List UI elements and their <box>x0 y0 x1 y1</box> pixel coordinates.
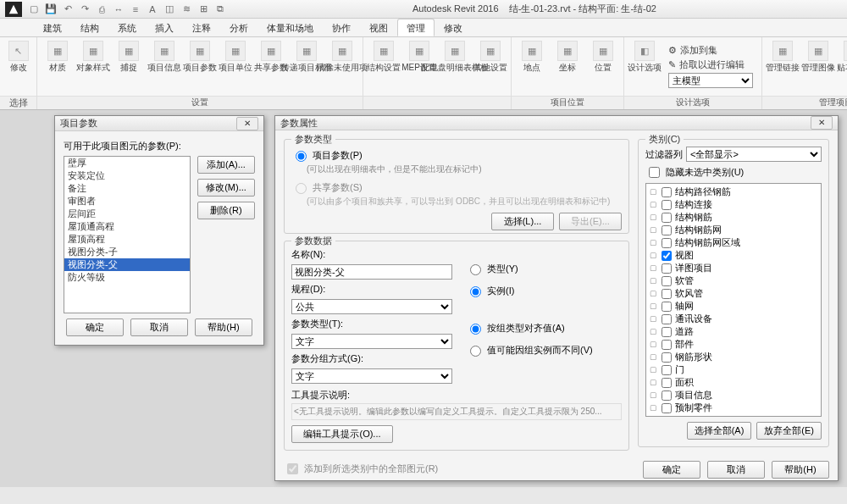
list-item[interactable]: 视图分类-父 <box>64 258 190 271</box>
tab-插入[interactable]: 插入 <box>146 19 183 36</box>
category-row[interactable]: ▢道路 <box>648 325 819 338</box>
category-checkbox[interactable] <box>662 200 672 210</box>
ribbon-材质[interactable]: ▦材质 <box>42 41 73 72</box>
category-row[interactable]: ▢通讯设备 <box>648 313 819 325</box>
tab-修改[interactable]: 修改 <box>435 19 472 36</box>
list-item[interactable]: 屋顶高程 <box>64 233 190 246</box>
measure-icon[interactable]: ↔ <box>112 3 125 16</box>
category-row[interactable]: ▢门 <box>648 363 819 376</box>
ribbon-配电盘明细表样板[interactable]: ▦配电盘明细表样板 <box>440 41 470 72</box>
ribbon-对象样式[interactable]: ▦对象样式 <box>78 41 108 72</box>
category-checkbox[interactable] <box>662 340 672 350</box>
vary-by-group-radio[interactable] <box>470 346 481 357</box>
close-views-icon[interactable]: ⊞ <box>197 3 210 16</box>
tab-建筑[interactable]: 建筑 <box>34 19 71 36</box>
category-row[interactable]: ▢轴网 <box>648 300 819 313</box>
list-item[interactable]: 屋顶通高程 <box>64 220 190 233</box>
thin-lines-icon[interactable]: ≋ <box>180 3 193 16</box>
open-icon[interactable]: ▢ <box>27 3 41 16</box>
grouping-select[interactable]: 文字 <box>291 368 452 384</box>
category-checkbox[interactable] <box>662 314 672 324</box>
dlg2-close-button[interactable]: ✕ <box>811 116 833 130</box>
category-checkbox[interactable] <box>662 403 672 413</box>
ribbon-结构设置[interactable]: ▦结构设置 <box>368 41 399 72</box>
delete-button[interactable]: 删除(R) <box>197 202 255 219</box>
category-checkbox[interactable] <box>662 225 672 235</box>
dlg2-ok-button[interactable]: 确定 <box>643 461 700 479</box>
param-type-select[interactable]: 文字 <box>291 334 452 349</box>
tab-系统[interactable]: 系统 <box>108 19 146 36</box>
ribbon-管理图像[interactable]: ▦管理图像 <box>803 41 833 72</box>
category-checkbox[interactable] <box>662 213 672 223</box>
edit-tooltip-button[interactable]: 编辑工具提示(O)... <box>291 425 393 443</box>
category-row[interactable]: ▢视图 <box>648 249 819 262</box>
tab-视图[interactable]: 视图 <box>360 19 397 36</box>
tab-管理[interactable]: 管理 <box>397 19 435 36</box>
category-checkbox[interactable] <box>662 390 672 401</box>
export-button[interactable]: 导出(E)... <box>559 213 622 230</box>
category-row[interactable]: ▢结构钢筋 <box>648 211 819 224</box>
list-item[interactable]: 防火等级 <box>64 271 190 284</box>
category-row[interactable]: ▢部件 <box>648 338 819 351</box>
ribbon-地点[interactable]: ▦地点 <box>517 41 547 72</box>
parameters-listbox[interactable]: 壁厚安装定位备注审图者层间距屋顶通高程屋顶高程视图分类-子视图分类-父防火等级 <box>64 156 191 313</box>
tab-体量和场地[interactable]: 体量和场地 <box>257 19 323 36</box>
tab-协作[interactable]: 协作 <box>323 19 360 36</box>
tab-分析[interactable]: 分析 <box>220 19 257 36</box>
category-row[interactable]: ▢结构路径钢筋 <box>648 186 819 198</box>
ribbon-管理链接[interactable]: ▦管理链接 <box>767 41 798 72</box>
category-row[interactable]: ▢软管 <box>648 274 819 287</box>
help-button[interactable]: 帮助(H) <box>195 318 252 336</box>
ribbon-项目参数[interactable]: ▦项目参数 <box>185 41 215 72</box>
category-row[interactable]: ▢结构钢筋网 <box>648 224 819 236</box>
list-item[interactable]: 层间距 <box>64 208 190 220</box>
category-checkbox[interactable] <box>662 327 672 337</box>
ribbon-项目单位[interactable]: ▦项目单位 <box>220 41 251 72</box>
category-row[interactable]: ▢软风管 <box>648 287 819 300</box>
cancel-button[interactable]: 取消 <box>130 318 188 336</box>
select-shared-button[interactable]: 选择(L)... <box>491 213 554 230</box>
category-row[interactable]: ▢预制零件 <box>648 402 819 414</box>
category-checkbox[interactable] <box>662 352 672 363</box>
category-checkbox[interactable] <box>662 187 672 197</box>
print-icon[interactable]: ⎙ <box>95 3 108 16</box>
deselect-all-button[interactable]: 放弃全部(E) <box>756 422 822 440</box>
category-row[interactable]: ▢结构连接 <box>648 198 819 211</box>
main-model-select[interactable]: 主模型 <box>668 73 753 88</box>
section-icon[interactable]: ◫ <box>163 3 176 16</box>
list-item[interactable]: 视图分类-子 <box>64 246 190 258</box>
category-checkbox[interactable] <box>662 263 672 274</box>
dlg2-help-button[interactable]: 帮助(H) <box>772 461 829 479</box>
dlg1-close-button[interactable]: ✕ <box>236 117 258 130</box>
dlg2-cancel-button[interactable]: 取消 <box>707 461 765 479</box>
category-row[interactable]: ▢面积 <box>648 376 819 389</box>
list-item[interactable]: 备注 <box>64 182 190 195</box>
add-button[interactable]: 添加(A)... <box>197 156 255 174</box>
category-checkbox[interactable] <box>662 378 672 388</box>
type-radio[interactable] <box>470 264 481 275</box>
category-row[interactable]: ▢钢筋形状 <box>648 351 819 363</box>
modify-button[interactable]: ↖修改 <box>5 41 31 72</box>
ribbon-清除未使用项[interactable]: ▦清除未使用项 <box>327 41 357 72</box>
filter-select[interactable]: <全部显示> <box>686 147 822 162</box>
discipline-select[interactable]: 公共 <box>291 299 452 314</box>
ribbon-坐标[interactable]: ▦坐标 <box>552 41 583 72</box>
category-checkbox[interactable] <box>662 302 672 312</box>
pick-to-edit-label[interactable]: 拾取以进行编辑 <box>679 58 745 71</box>
category-row[interactable]: ▢结构钢筋网区域 <box>648 236 819 249</box>
category-row[interactable]: ▢项目信息 <box>648 389 819 402</box>
tab-结构[interactable]: 结构 <box>71 19 108 36</box>
switch-windows-icon[interactable]: ⧉ <box>213 3 227 16</box>
select-panel-label[interactable]: 选择 <box>9 97 28 108</box>
list-item[interactable]: 壁厚 <box>64 157 190 169</box>
ribbon-贴花类型[interactable]: ▦贴花类型 <box>839 41 847 72</box>
tab-注释[interactable]: 注释 <box>183 19 220 36</box>
hide-unchecked-checkbox[interactable] <box>649 167 660 178</box>
ribbon-其他设置[interactable]: ▦其他设置 <box>475 41 506 72</box>
text-icon[interactable]: A <box>146 3 159 16</box>
name-input[interactable] <box>291 264 452 280</box>
category-checkbox[interactable] <box>662 365 672 375</box>
select-all-button[interactable]: 选择全部(A) <box>687 422 752 440</box>
ribbon-捕捉[interactable]: ▦捕捉 <box>113 41 144 72</box>
category-checkbox[interactable] <box>662 289 672 299</box>
